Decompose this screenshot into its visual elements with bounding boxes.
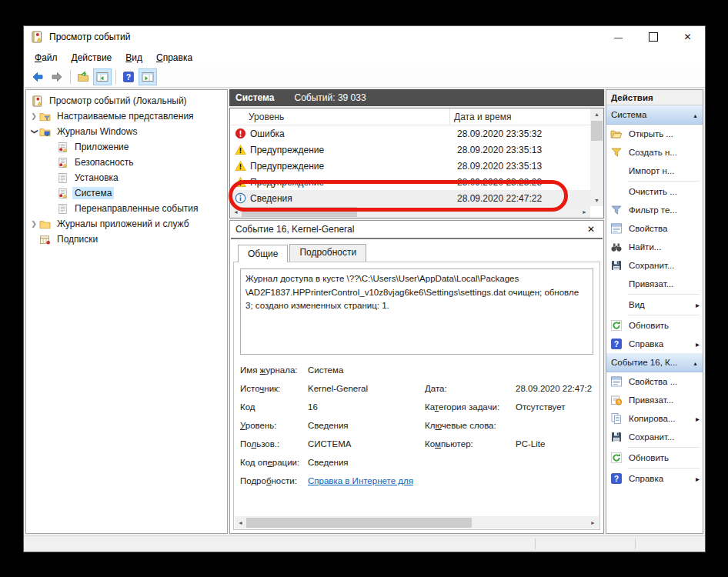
help-button[interactable]: ?	[119, 68, 138, 85]
event-fields: Имя журнала: Система Источник: Kernel-Ge…	[240, 365, 593, 495]
warning-icon	[235, 160, 246, 172]
event-row[interactable]: Ошибка 28.09.2020 23:35:32	[230, 125, 590, 142]
event-viewer-icon	[31, 31, 43, 43]
action-attach-task[interactable]: Привязат...	[606, 275, 703, 293]
action-event-attach-task[interactable]: Привязат...	[606, 391, 703, 409]
collapse-icon[interactable]	[693, 358, 698, 367]
tree-item-application[interactable]: Приложение	[26, 139, 227, 155]
field-row: Пользов.: СИСТЕМА Компьютер: PC-Lite	[240, 439, 593, 458]
back-icon	[32, 71, 44, 83]
chevron-right-icon[interactable]	[28, 112, 39, 120]
event-list: Уровень Дата и время Ошибка 28.09.2020 2…	[229, 108, 604, 218]
action-clear-log[interactable]: Очистить ...	[606, 182, 703, 201]
submenu-arrow-icon	[692, 299, 700, 310]
help-icon: ?	[122, 71, 135, 83]
event-row[interactable]: Предупреждение 28.09.2020 23:28:23	[230, 174, 590, 190]
toolbar: ?	[24, 67, 705, 88]
window-title: Просмотр событий	[49, 32, 601, 42]
close-button[interactable]	[670, 26, 705, 48]
tab-general[interactable]: Общие	[238, 245, 288, 262]
log-header-bar: Система Событий: 39 033	[229, 89, 604, 106]
scrollbar-thumb[interactable]	[591, 121, 603, 141]
scrollbar-thumb[interactable]	[246, 518, 472, 528]
tree-item-app-service-logs[interactable]: Журналы приложений и служб	[26, 216, 227, 232]
action-event-help[interactable]: ? Справка	[606, 469, 703, 488]
section-header-system[interactable]: Система	[606, 105, 703, 125]
scroll-left-icon[interactable]	[235, 517, 246, 529]
maximize-button[interactable]	[636, 26, 670, 48]
details-horizontal-scrollbar[interactable]	[235, 516, 599, 529]
tree-item-custom-views[interactable]: Настраиваемые представления	[26, 108, 227, 124]
action-refresh[interactable]: Обновить	[606, 316, 703, 335]
console-tree-icon	[96, 71, 109, 83]
event-row[interactable]: Предупреждение 28.09.2020 23:35:13	[230, 158, 590, 174]
scroll-right-icon[interactable]	[579, 206, 590, 218]
back-button[interactable]	[28, 68, 47, 85]
separator	[628, 315, 700, 315]
title-bar[interactable]: Просмотр событий	[24, 26, 705, 48]
action-save-all-events[interactable]: Сохранит...	[606, 256, 703, 275]
list-vertical-scrollbar[interactable]	[590, 108, 603, 206]
menu-view[interactable]: Вид	[119, 50, 149, 65]
forward-button[interactable]	[48, 68, 66, 85]
svg-text:?: ?	[614, 339, 619, 349]
online-help-link[interactable]: Справка в Интернете для	[308, 476, 593, 485]
submenu-arrow-icon	[692, 339, 700, 349]
tree-item-forwarded-events[interactable]: Перенаправленные события	[26, 201, 227, 216]
event-row[interactable]: Предупреждение 28.09.2020 23:35:13	[230, 142, 590, 158]
chevron-right-icon[interactable]	[28, 220, 39, 228]
event-row-selected[interactable]: Сведения 28.09.2020 22:47:22	[230, 190, 590, 206]
tree-item-setup[interactable]: Установка	[26, 170, 227, 185]
action-open-saved-log[interactable]: Открыть ...	[606, 125, 703, 143]
refresh-icon	[610, 319, 624, 332]
menu-help[interactable]: Справка	[149, 50, 199, 65]
status-bar	[24, 535, 705, 552]
center-pane: Система Событий: 39 033 Уровень Дата и в…	[229, 89, 604, 534]
action-copy[interactable]: Копирова...	[606, 409, 703, 428]
scroll-down-icon[interactable]	[590, 195, 603, 206]
scrollbar-thumb[interactable]	[242, 207, 357, 217]
log-name: Система	[235, 92, 275, 103]
tree-item-system[interactable]: Система	[26, 185, 227, 201]
action-event-save[interactable]: Сохранит...	[606, 428, 703, 446]
toggle-action-pane-button[interactable]	[139, 68, 157, 85]
toggle-console-tree-button[interactable]	[93, 68, 112, 85]
action-event-properties[interactable]: Свойства ...	[606, 372, 703, 391]
close-icon[interactable]	[584, 224, 598, 235]
tree-item-subscriptions[interactable]: Подписки	[26, 232, 227, 247]
scroll-left-icon[interactable]	[230, 206, 242, 218]
tree-item-windows-logs[interactable]: Журналы Windows	[26, 124, 227, 139]
action-view-menu[interactable]: Вид	[606, 295, 703, 314]
minimize-button[interactable]	[601, 26, 636, 48]
action-find[interactable]: Найти...	[606, 238, 703, 256]
action-create-custom-view[interactable]: Создать н...	[606, 143, 703, 162]
event-description[interactable]: Журнал доступа в кусте \??\C:\Users\User…	[240, 268, 593, 355]
toolbar-separator	[70, 70, 71, 84]
menu-action[interactable]: Действие	[65, 50, 119, 65]
column-date[interactable]: Дата и время	[450, 112, 603, 122]
section-header-event[interactable]: Событие 16, К...	[606, 353, 703, 372]
column-level[interactable]: Уровень	[230, 108, 450, 125]
export-log-button[interactable]	[74, 68, 92, 85]
menu-file[interactable]: Файл	[28, 50, 65, 65]
scroll-right-icon[interactable]	[587, 517, 599, 529]
action-import-custom-view[interactable]: Импорт н...	[606, 162, 703, 180]
help-icon: ?	[610, 338, 624, 350]
action-properties[interactable]: Свойства	[606, 219, 703, 238]
folder-windows-icon	[39, 126, 52, 138]
tree-item-root[interactable]: Просмотр событий (Локальный)	[26, 93, 227, 108]
list-horizontal-scrollbar[interactable]	[230, 206, 590, 218]
tree-item-security[interactable]: Безопасность	[26, 155, 227, 170]
collapse-icon[interactable]	[693, 110, 698, 119]
scroll-up-icon[interactable]	[590, 108, 603, 120]
action-event-refresh[interactable]: Обновить	[606, 449, 703, 467]
main-area: Просмотр событий (Локальный) Настраиваем…	[24, 88, 705, 535]
properties-icon	[610, 375, 624, 388]
chevron-down-icon[interactable]	[28, 128, 39, 135]
tab-details[interactable]: Подробности	[289, 244, 366, 262]
action-filter-current-log[interactable]: Фильтр те...	[606, 201, 703, 219]
field-value-user: СИСТЕМА	[308, 439, 425, 449]
action-help[interactable]: ? Справка	[606, 335, 703, 353]
warning-icon	[235, 144, 246, 155]
console-tree: Просмотр событий (Локальный) Настраиваем…	[25, 89, 228, 534]
